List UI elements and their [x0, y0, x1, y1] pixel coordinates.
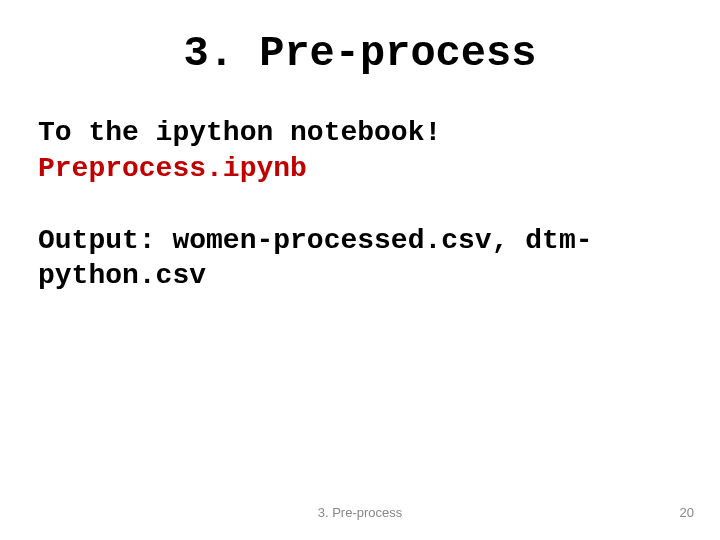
spacer — [38, 187, 700, 223]
body-line-notebook: To the ipython notebook! — [38, 115, 700, 151]
footer-section-label: 3. Pre-process — [0, 505, 720, 520]
slide: 3. Pre-process To the ipython notebook! … — [0, 0, 720, 540]
body-line-filename: Preprocess.ipynb — [38, 151, 700, 187]
body-line-output: Output: women-processed.csv, dtm-python.… — [38, 223, 700, 295]
footer-page-number: 20 — [680, 505, 694, 520]
slide-title: 3. Pre-process — [0, 30, 720, 78]
slide-body: To the ipython notebook! Preprocess.ipyn… — [38, 115, 700, 294]
